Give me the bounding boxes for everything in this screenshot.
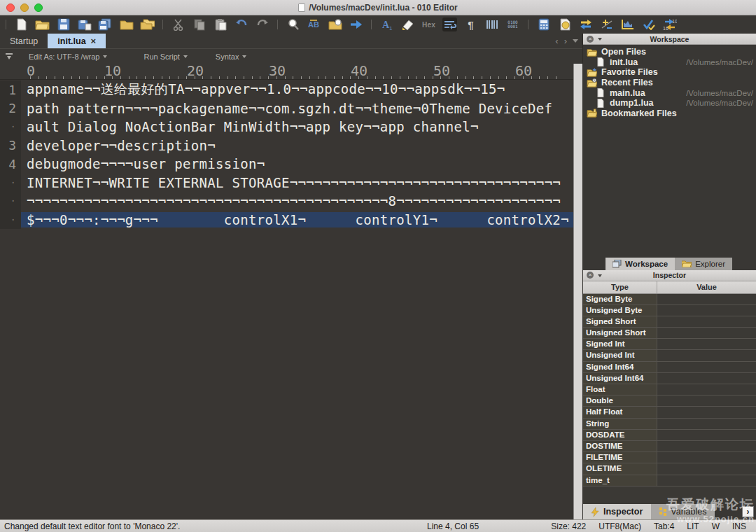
font-icon[interactable]: A1 xyxy=(379,18,394,31)
compare-icon[interactable] xyxy=(578,18,593,31)
tab-startup[interactable]: Startup xyxy=(0,34,48,48)
save-icon[interactable] xyxy=(56,18,71,31)
svg-text:10: 10 xyxy=(672,19,677,24)
tab-variables[interactable]: Variables xyxy=(651,504,715,519)
replace-icon[interactable]: AB xyxy=(307,18,321,31)
save-as-icon[interactable] xyxy=(77,18,92,31)
show-whitespace-icon[interactable]: ¶ xyxy=(463,18,478,31)
save-all-icon[interactable] xyxy=(98,18,113,31)
table-row[interactable]: DOSDATE xyxy=(583,430,756,441)
close-all-files-icon[interactable] xyxy=(140,18,155,31)
table-row[interactable]: Float xyxy=(583,384,756,396)
run-script-dropdown[interactable]: Run Script xyxy=(144,52,187,61)
file-path: /Volumes/macDev/ xyxy=(686,99,756,107)
cut-icon[interactable] xyxy=(171,18,186,31)
tab-inspector[interactable]: Inspector xyxy=(583,504,651,519)
table-row[interactable]: Half Float xyxy=(583,407,756,418)
tab-explorer[interactable]: Explorer xyxy=(675,258,732,270)
editor-line[interactable]: 3developer¬¬description¬ xyxy=(0,136,573,155)
tree-item-init-lua[interactable]: init.lua/Volumes/macDev/ xyxy=(583,57,756,68)
status-endian[interactable]: LIT xyxy=(687,522,699,531)
table-row[interactable]: Double xyxy=(583,396,756,407)
ruler-ticks xyxy=(30,76,564,79)
status-insert-mode[interactable]: INS xyxy=(732,522,746,531)
operations-icon[interactable] xyxy=(599,18,614,31)
table-row[interactable]: Signed Byte xyxy=(583,294,756,305)
calculator-icon[interactable] xyxy=(536,18,551,31)
table-row[interactable]: DOSTIME xyxy=(583,441,756,452)
editor-line[interactable]: ·INTERNET¬¬WRITE_EXTERNAL_STORAGE¬¬¬¬¬¬¬… xyxy=(0,174,573,192)
open-file-icon[interactable] xyxy=(35,18,50,31)
table-row[interactable]: Unsigned Int xyxy=(583,350,756,361)
tree-item-favorite-files[interactable]: Favorite Files xyxy=(583,67,756,78)
table-row[interactable]: Unsigned Byte xyxy=(583,305,756,316)
histogram-icon[interactable] xyxy=(620,18,635,31)
collapse-toolbar-icon[interactable] xyxy=(5,53,13,60)
tree-item-recent-files[interactable]: Recent Files xyxy=(583,78,756,88)
chevron-down-icon xyxy=(103,55,107,60)
copy-icon[interactable] xyxy=(192,18,206,31)
tab-scroll-right-icon[interactable]: › xyxy=(564,36,567,46)
table-row[interactable]: Signed Int64 xyxy=(583,362,756,373)
panel-menu-icon[interactable] xyxy=(598,274,602,279)
file-tab-bar: Startup init.lua× ‹ › xyxy=(0,34,582,49)
status-encoding[interactable]: UTF8(Mac) xyxy=(598,522,641,531)
panel-tab-scroll-right-icon[interactable]: › xyxy=(742,506,754,517)
editor-line[interactable]: ·ault_Dialog_NoActionBar_MinWidth¬¬app_k… xyxy=(0,118,573,136)
checksum-icon[interactable] xyxy=(641,18,656,31)
status-tab-size[interactable]: Tab:4 xyxy=(654,522,674,531)
table-row[interactable]: FILETIME xyxy=(583,452,756,463)
close-panel-icon[interactable]: × xyxy=(587,36,594,43)
hex-mode-label[interactable]: Hex xyxy=(421,18,436,31)
tree-item-main-lua[interactable]: main.lua/Volumes/macDev/ xyxy=(583,88,756,98)
convert-base-icon[interactable]: 1016 xyxy=(662,18,677,31)
text-editor[interactable]: 1appname¬¬送给最好的TA¬¬appver¬¬1.0¬¬appcode¬… xyxy=(0,80,573,519)
syntax-dropdown[interactable]: Syntax xyxy=(216,52,247,61)
table-row[interactable]: Signed Short xyxy=(583,316,756,328)
table-row[interactable]: OLETIME xyxy=(583,463,756,475)
tab-list-icon[interactable] xyxy=(573,39,578,46)
tab-init-lua[interactable]: init.lua× xyxy=(48,34,106,48)
variables-grid-icon xyxy=(659,507,666,516)
tab-scroll-left-icon[interactable]: ‹ xyxy=(555,36,558,46)
editor-vertical-scrollbar[interactable] xyxy=(573,64,582,519)
find-in-files-icon[interactable] xyxy=(328,18,342,31)
redo-icon[interactable] xyxy=(255,18,270,31)
panel-menu-icon[interactable] xyxy=(598,38,602,43)
check-file-icon[interactable] xyxy=(557,18,572,31)
tab-workspace[interactable]: Workspace xyxy=(606,258,675,270)
editor-line[interactable]: 2path_pattern¬¬¬¬packagename¬¬com.sgzh.d… xyxy=(0,99,573,118)
undo-icon[interactable] xyxy=(234,18,248,31)
table-row[interactable]: Signed Int xyxy=(583,339,756,350)
table-row[interactable]: Unsigned Short xyxy=(583,328,756,339)
column-type[interactable]: Type xyxy=(583,281,657,293)
word-wrap-icon[interactable] xyxy=(442,18,457,31)
table-row[interactable]: time_t xyxy=(583,475,756,486)
status-write-mode[interactable]: W xyxy=(712,522,720,531)
goto-icon[interactable] xyxy=(349,18,363,31)
tree-item-bookmarked-files[interactable]: Bookmarked Files xyxy=(583,108,756,119)
tab-close-icon[interactable]: × xyxy=(91,36,97,46)
edit-as-dropdown[interactable]: Edit As: UTF-8 /wrap xyxy=(29,52,107,61)
editor-line[interactable]: ·¬¬¬¬¬¬¬¬¬¬¬¬¬¬¬¬¬¬¬¬¬¬¬¬¬¬¬¬¬¬¬¬¬¬¬¬¬¬¬… xyxy=(0,192,573,211)
tree-item-open-files[interactable]: Open Files xyxy=(583,47,756,57)
highlight-icon[interactable] xyxy=(400,18,415,31)
folder-bookmark-icon xyxy=(587,108,597,118)
document-icon xyxy=(298,4,305,12)
inspector-panel-title: Inspector xyxy=(583,271,756,279)
tree-item-dump1-lua[interactable]: dump1.lua/Volumes/macDev/ xyxy=(583,98,756,108)
table-row[interactable]: String xyxy=(583,419,756,430)
editor-line[interactable]: 1appname¬¬送给最好的TA¬¬appver¬¬1.0¬¬appcode¬… xyxy=(0,80,573,99)
editor-line-selected[interactable]: ·$¬¬¬0¬¬¬:¬¬¬g¬¬¬ controlX1¬ controlY1¬ … xyxy=(0,211,573,230)
binary-view-icon[interactable]: 01000001 xyxy=(505,18,520,31)
paste-icon[interactable] xyxy=(213,18,227,31)
column-mode-icon[interactable] xyxy=(484,18,499,31)
table-row[interactable]: Unsigned Int64 xyxy=(583,373,756,384)
find-icon[interactable] xyxy=(286,18,300,31)
column-value[interactable]: Value xyxy=(657,281,756,293)
close-file-icon[interactable] xyxy=(119,18,134,31)
new-file-icon[interactable] xyxy=(14,18,29,31)
close-panel-icon[interactable]: × xyxy=(587,272,594,279)
status-line-col[interactable]: Line 4, Col 65 xyxy=(427,522,479,531)
editor-line[interactable]: 4debugmode¬¬¬¬user_permission¬ xyxy=(0,155,573,174)
